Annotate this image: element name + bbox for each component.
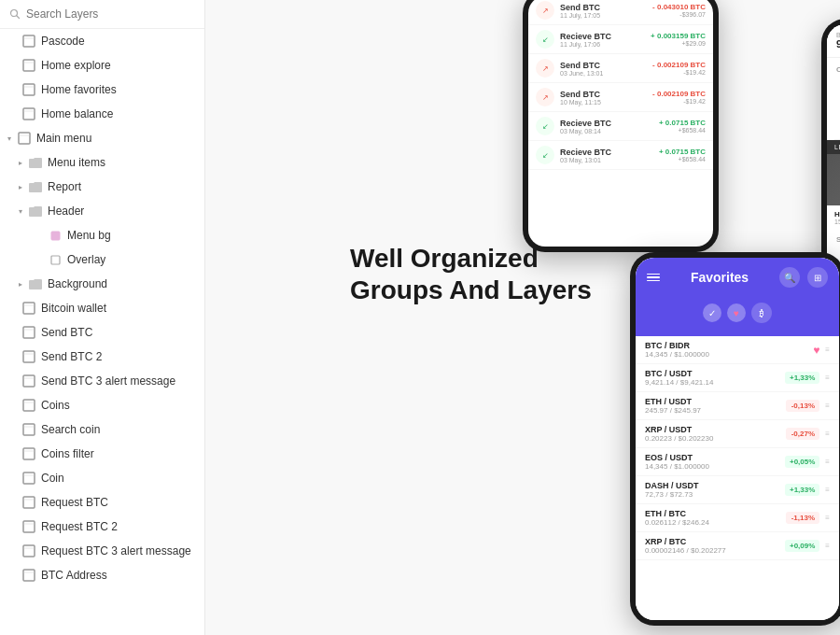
tx-date: 10 May, 11:15 <box>560 99 647 106</box>
favorite-heart-icon[interactable]: ♥ <box>813 344 819 357</box>
layer-type-icon <box>21 106 36 121</box>
tx-label: Send BTC <box>560 3 647 12</box>
layer-label: Search coin <box>41 423 100 436</box>
layer-item[interactable]: Coin <box>0 466 204 490</box>
coin-name: ETH / BTC <box>645 509 780 518</box>
layer-item[interactable]: Send BTC 3 alert message <box>0 369 204 393</box>
tx-btc: - 0.002109 BTC <box>652 61 706 69</box>
coin-price: 14,345 / $1.000000 <box>645 462 779 471</box>
layer-item[interactable]: ▸Report <box>0 175 204 199</box>
coin-menu-icon[interactable]: ≡ <box>825 402 830 410</box>
svg-rect-16 <box>23 327 35 338</box>
svg-rect-4 <box>23 60 35 71</box>
layer-item[interactable]: Pascode <box>0 29 204 53</box>
layer-item[interactable]: Home explore <box>0 53 204 78</box>
coin-name: EOS / USDT <box>645 453 779 462</box>
layer-type-icon <box>21 82 36 97</box>
coin-menu-icon[interactable]: ≡ <box>825 486 830 494</box>
layer-type-icon <box>21 34 36 49</box>
layer-item[interactable]: BTC Address <box>0 563 204 587</box>
layer-item[interactable]: Search coin <box>0 417 204 442</box>
coin-change-badge: +0,09% <box>785 540 819 552</box>
search-header-icon[interactable]: 🔍 <box>779 267 800 288</box>
tx-info: Recieve BTC 03 May, 13:01 <box>560 148 653 163</box>
layer-type-icon <box>21 325 36 340</box>
layer-item[interactable]: ▾Main menu <box>0 126 204 150</box>
search-icon <box>9 8 21 20</box>
svg-rect-28 <box>23 473 35 484</box>
layer-item[interactable]: Menu bg <box>0 223 204 247</box>
tx-info: Send BTC 11 July, 17:05 <box>560 3 647 19</box>
layer-label: Send BTC 3 alert message <box>41 374 175 388</box>
transaction-row: ↙ Recieve BTC 03 May, 08:14 + 0.0715 BTC… <box>528 112 713 141</box>
phone-2: Favorites 🔍 ⊞ ✓ ♥ ₿ BTC / BIDR 14,345 / … <box>630 252 840 626</box>
p2-title: Favorites <box>691 270 749 285</box>
layer-label: Request BTC <box>41 496 108 509</box>
layer-item[interactable]: Send BTC <box>0 320 204 345</box>
coin-price: 72,73 / $72.73 <box>645 490 779 499</box>
layer-item[interactable]: Coins <box>0 393 204 417</box>
coin-menu-icon[interactable]: ≡ <box>825 346 830 354</box>
tx-label: Send BTC <box>560 90 647 99</box>
tx-label: Recieve BTC <box>560 119 653 128</box>
coin-menu-icon[interactable]: ≡ <box>825 374 830 382</box>
layer-item[interactable]: ▾Header <box>0 199 204 223</box>
svg-rect-30 <box>23 497 35 508</box>
layer-label: Overlay <box>67 253 105 266</box>
coin-price: 0.026112 / $246.24 <box>645 518 780 527</box>
layer-label: Home favorites <box>41 83 117 96</box>
layer-label: Bitcoin wallet <box>41 302 106 315</box>
layer-item[interactable]: Home balance <box>0 102 204 126</box>
layer-item[interactable]: Bitcoin wallet <box>0 296 204 320</box>
grid-icon[interactable]: ⊞ <box>807 267 828 288</box>
fav-crypto-icon[interactable]: ₿ <box>751 303 772 323</box>
coin-change-badge: -1,13% <box>786 512 819 524</box>
layer-item[interactable]: ▸Background <box>0 272 204 296</box>
layer-item[interactable]: ▸Menu items <box>0 150 204 175</box>
layer-item[interactable]: Request BTC <box>0 490 204 515</box>
coin-price: 9,421.14 / $9,421.14 <box>645 378 779 387</box>
svg-rect-26 <box>23 448 35 459</box>
main-content: Well Organized Groups And Layers ↗ Send … <box>205 0 840 635</box>
layer-type-icon <box>21 543 36 558</box>
cat-item-exchange[interactable]: ₿ Exchange Crypto asset exchange <box>836 78 840 132</box>
spot-markets-label: SPOT MARKETS <box>827 230 840 247</box>
layer-item[interactable]: Send BTC 2 <box>0 345 204 369</box>
layer-label: Report <box>48 180 81 193</box>
layer-item[interactable]: Home favorites <box>0 78 204 102</box>
coin-menu-icon[interactable]: ≡ <box>825 514 830 522</box>
coin-menu-icon[interactable]: ≡ <box>825 542 830 550</box>
tx-amount: - 0.002109 BTC -$19.42 <box>652 90 706 105</box>
learn-title: How to use the trading platfo... <box>834 210 840 219</box>
layer-item[interactable]: Overlay <box>0 247 204 272</box>
learn-header: LEARN HOW TO <box>827 140 840 154</box>
coin-name: ETH / USDT <box>645 397 780 406</box>
coin-info: BTC / BIDR 14,345 / $1.000000 <box>645 341 807 359</box>
layer-item[interactable]: Request BTC 2 <box>0 515 204 539</box>
coin-row: ETH / USDT 245.97 / $245.97 -0,13% ≡ <box>636 392 839 420</box>
tx-info: Recieve BTC 11 July, 17:06 <box>560 32 645 48</box>
chevron-icon: ▾ <box>19 207 22 216</box>
fav-heart-icon[interactable]: ♥ <box>727 303 746 322</box>
coin-menu-icon[interactable]: ≡ <box>825 458 830 466</box>
layer-label: Header <box>48 205 84 218</box>
learn-video[interactable]: ▶ <box>827 154 840 205</box>
search-bar[interactable] <box>0 0 204 29</box>
tx-info: Recieve BTC 03 May, 08:14 <box>560 119 653 134</box>
layer-item[interactable]: Coins filter <box>0 442 204 466</box>
p2-header-icons: 🔍 ⊞ <box>779 267 828 288</box>
coin-info: XRP / USDT 0.20223 / $0.202230 <box>645 425 780 443</box>
center-text-block: Well Organized Groups And Layers <box>350 243 592 305</box>
tx-icon: ↙ <box>536 30 554 49</box>
sidebar: PascodeHome exploreHome favoritesHome ba… <box>0 0 205 635</box>
chevron-icon: ▸ <box>19 183 22 191</box>
hamburger-icon[interactable] <box>647 274 660 282</box>
tx-btc: - 0.002109 BTC <box>652 90 706 98</box>
coin-menu-icon[interactable]: ≡ <box>825 430 830 438</box>
heading-line2: Groups And Layers <box>350 275 592 306</box>
layer-item[interactable]: Request BTC 3 alert message <box>0 539 204 563</box>
svg-rect-12 <box>51 232 60 240</box>
search-input[interactable] <box>26 7 195 21</box>
layer-label: Menu bg <box>67 229 111 242</box>
tx-usd: -$19.42 <box>652 98 706 105</box>
